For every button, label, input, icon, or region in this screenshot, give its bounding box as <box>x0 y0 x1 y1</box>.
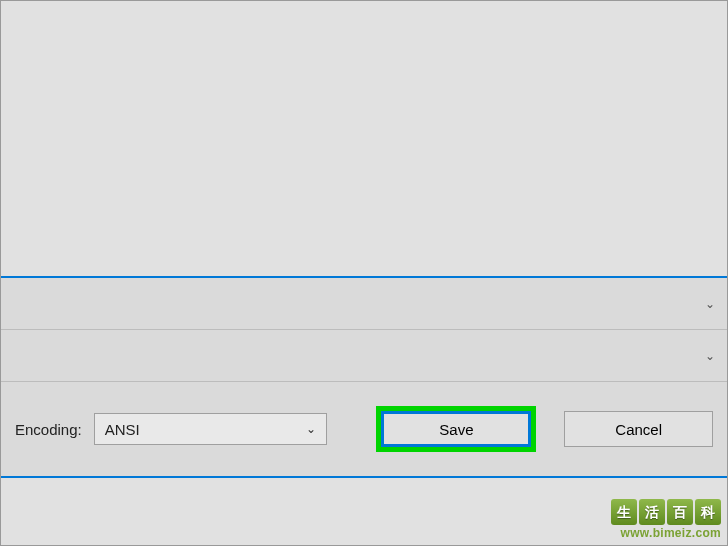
watermark-badge: 科 <box>695 499 721 525</box>
save-button[interactable]: Save <box>381 411 531 447</box>
watermark-badge: 活 <box>639 499 665 525</box>
encoding-select[interactable]: ANSI ⌄ <box>94 413 327 445</box>
filetype-row[interactable]: ⌄ <box>1 330 727 382</box>
chevron-down-icon: ⌄ <box>705 297 715 311</box>
watermark-badge: 百 <box>667 499 693 525</box>
watermark: 生 活 百 科 www.bimeiz.com <box>611 499 721 539</box>
chevron-down-icon: ⌄ <box>705 349 715 363</box>
encoding-value: ANSI <box>105 421 140 438</box>
dialog-bottom-bar: Encoding: ANSI ⌄ Save Cancel <box>1 382 727 476</box>
watermark-url: www.bimeiz.com <box>611 527 721 539</box>
save-button-label: Save <box>439 421 473 438</box>
cancel-button-label: Cancel <box>615 421 662 438</box>
dialog-upper-area <box>1 1 727 276</box>
cancel-button[interactable]: Cancel <box>564 411 713 447</box>
filename-row[interactable]: ⌄ <box>1 278 727 330</box>
dialog-bottom-border <box>1 476 727 478</box>
watermark-badge: 生 <box>611 499 637 525</box>
chevron-down-icon: ⌄ <box>306 422 316 436</box>
watermark-badges: 生 活 百 科 <box>611 499 721 525</box>
encoding-label: Encoding: <box>15 421 82 438</box>
save-button-highlight: Save <box>376 406 536 452</box>
